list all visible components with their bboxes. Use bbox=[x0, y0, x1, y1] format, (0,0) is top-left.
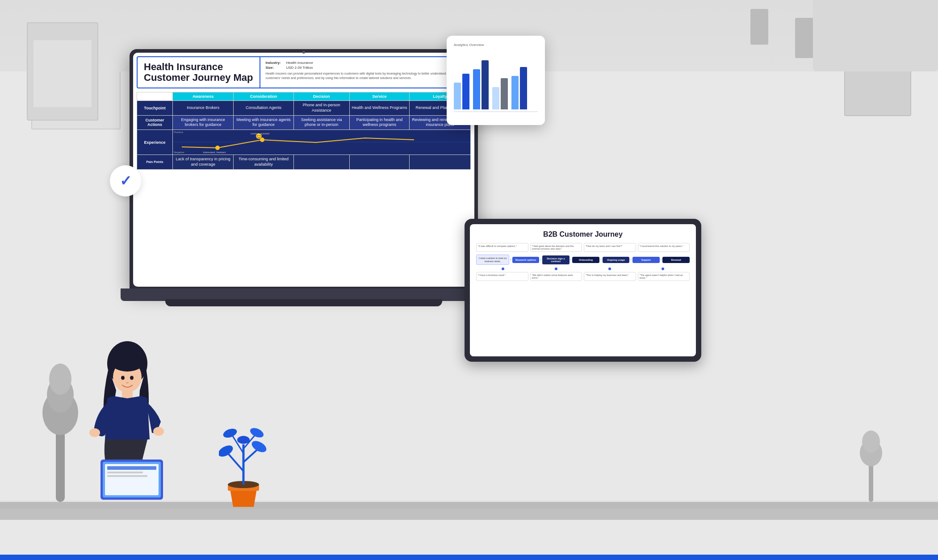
tp-decision: Phone and In-person Assistance bbox=[293, 101, 349, 115]
tablet-device: B2B Customer Journey "It was difficult t… bbox=[465, 219, 701, 362]
bg-plant-right bbox=[858, 413, 884, 502]
svg-point-31 bbox=[249, 426, 265, 439]
pain-decision bbox=[293, 155, 349, 169]
checkmark-icon: ✓ bbox=[120, 172, 132, 189]
bar-chart bbox=[454, 56, 538, 109]
shelf-item-4 bbox=[750, 9, 768, 45]
arrow-5: › bbox=[630, 258, 632, 262]
svg-point-10 bbox=[89, 428, 100, 437]
svg-point-28 bbox=[219, 443, 235, 459]
dot-1 bbox=[502, 267, 504, 270]
svg-rect-15 bbox=[107, 466, 156, 470]
svg-point-8 bbox=[109, 347, 146, 372]
stage-consideration: Consideration bbox=[234, 92, 293, 101]
bar-group-4 bbox=[511, 67, 527, 109]
plant-decoration bbox=[219, 426, 268, 509]
laptop: Health Insurance Customer Journey Map In… bbox=[121, 49, 487, 344]
b2b-stage-ongoing: Ongoing usage bbox=[603, 257, 630, 263]
journey-title: Health Insurance Customer Journey Map bbox=[144, 62, 253, 83]
person-illustration bbox=[74, 332, 181, 502]
experience-row: Experience bbox=[137, 130, 471, 155]
bar-group-1 bbox=[454, 74, 469, 109]
pain-service bbox=[349, 155, 409, 169]
b2b-top-quotes: "It was difficult to compare options." "… bbox=[476, 243, 690, 252]
left-frame-inner bbox=[34, 40, 92, 107]
svg-text:curious, excited: curious, excited bbox=[251, 132, 269, 135]
svg-point-18 bbox=[121, 376, 125, 380]
person-svg bbox=[74, 332, 181, 502]
b2b-bquote-3: "This is helping my business and team." bbox=[584, 272, 636, 281]
bar-4a bbox=[511, 76, 519, 109]
laptop-screen-bezel: Health Insurance Customer Journey Map In… bbox=[130, 49, 478, 290]
bar-3b bbox=[501, 78, 508, 109]
b2b-stage-renewal: Renewal bbox=[662, 257, 690, 263]
b2b-quote-3: "How do my team and I use this?" bbox=[584, 243, 636, 252]
b2b-bquote-2: "We didn't realize some features were ex… bbox=[530, 272, 582, 281]
bar-4b bbox=[520, 67, 527, 109]
dot-2 bbox=[555, 267, 557, 270]
svg-point-32 bbox=[237, 436, 250, 444]
dot-4 bbox=[662, 267, 664, 270]
experience-svg: 😊 interested, hesitant curious, excited bbox=[173, 130, 470, 155]
b2b-stage-research: Research options bbox=[512, 257, 540, 263]
b2b-stage-support: Support bbox=[632, 257, 660, 263]
arrow-6: › bbox=[661, 258, 662, 262]
touchpoint-row: Touchpoint Insurance Brokers Consultatio… bbox=[137, 101, 471, 115]
touchpoint-label: Touchpoint bbox=[137, 101, 173, 115]
stage-header-row: Awareness Consideration Decision Service… bbox=[137, 92, 471, 101]
plant-svg bbox=[219, 426, 268, 507]
arrow-1: › bbox=[510, 258, 511, 262]
b2b-quote-2: "I feel good about the decision and the … bbox=[530, 243, 582, 252]
bar-group-3 bbox=[492, 78, 508, 109]
b2b-bquote-4: "The agent wasn't helpful when I had an … bbox=[638, 272, 690, 281]
stage-decision: Decision bbox=[293, 92, 349, 101]
pain-points-row: Pain Points Lack of transparency in pric… bbox=[137, 155, 471, 169]
dot-3 bbox=[608, 267, 611, 270]
pain-awareness: Lack of transparency in pricing and cove… bbox=[173, 155, 234, 169]
svg-rect-16 bbox=[107, 472, 143, 473]
ca-decision: Seeking assistance via phone or in-perso… bbox=[293, 115, 349, 130]
svg-line-24 bbox=[228, 453, 243, 471]
bar-2b bbox=[482, 60, 489, 109]
svg-point-20 bbox=[126, 382, 129, 384]
svg-text:interested, hesitant: interested, hesitant bbox=[203, 151, 226, 154]
chart-subtitle: Analytics Overview bbox=[454, 43, 538, 47]
journey-title-section: Health Insurance Customer Journey Map bbox=[138, 57, 260, 88]
pain-loyalty bbox=[410, 155, 471, 169]
svg-point-30 bbox=[222, 427, 238, 439]
floating-chart-card: Analytics Overview bbox=[447, 36, 545, 125]
bar-group-2 bbox=[473, 60, 489, 109]
experience-label: Experience bbox=[137, 130, 173, 155]
arrow-4: › bbox=[600, 258, 602, 262]
customer-actions-row: Customer Actions Engaging with insurance… bbox=[137, 115, 471, 130]
left-plant bbox=[42, 368, 78, 502]
b2b-stage-decision: Decision sign a contract bbox=[542, 255, 570, 264]
experience-chart-cell: 😊 interested, hesitant curious, excited … bbox=[173, 130, 471, 155]
desk-front bbox=[0, 509, 938, 520]
customer-actions-label: Customer Actions bbox=[137, 115, 173, 130]
b2b-stage-onboarding: Onboarding bbox=[572, 257, 599, 263]
b2b-bottom-quotes: "I have a business need." "We didn't rea… bbox=[476, 272, 690, 281]
journey-table: Awareness Consideration Decision Service… bbox=[137, 92, 471, 169]
svg-point-29 bbox=[250, 439, 268, 454]
ca-service: Participating in health and wellness pro… bbox=[349, 115, 409, 130]
pain-points-label: Pain Points bbox=[137, 155, 173, 169]
chart-x-axis bbox=[454, 111, 538, 112]
empty-header bbox=[137, 92, 173, 101]
negative-label: Negative bbox=[174, 151, 184, 154]
svg-point-11 bbox=[153, 427, 164, 436]
bar-1b bbox=[462, 74, 469, 109]
laptop-screen-content: Health Insurance Customer Journey Map In… bbox=[133, 53, 474, 287]
stage-service: Service bbox=[349, 92, 409, 101]
tp-consideration: Consultation Agents bbox=[234, 101, 293, 115]
journey-map-header: Health Insurance Customer Journey Map In… bbox=[137, 56, 471, 88]
b2b-quote-1: "It was difficult to compare options." bbox=[476, 243, 528, 252]
checkmark-circle: ✓ bbox=[110, 165, 141, 196]
b2b-dots-row bbox=[476, 267, 690, 270]
bottom-blue-bar bbox=[0, 555, 938, 560]
bar-2a bbox=[473, 69, 480, 109]
arrow-2: › bbox=[540, 258, 541, 262]
ca-consideration: Meeting with insurance agents for guidan… bbox=[234, 115, 293, 130]
bar-1a bbox=[454, 83, 461, 109]
b2b-stage-flow: I need a solution to meet my business ne… bbox=[476, 255, 690, 265]
